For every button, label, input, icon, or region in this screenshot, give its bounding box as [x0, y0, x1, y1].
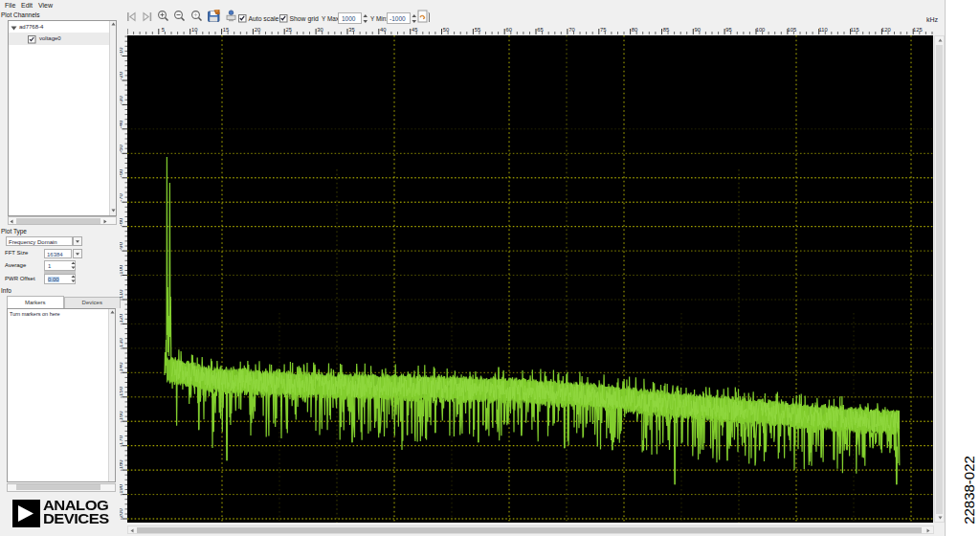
svg-text:-200: -200 — [120, 508, 123, 521]
svg-text:10: 10 — [191, 27, 197, 33]
svg-text:90: 90 — [695, 27, 701, 33]
svg-text:15: 15 — [223, 27, 229, 33]
svg-text:115: 115 — [850, 27, 858, 33]
svg-text:-60: -60 — [120, 168, 123, 177]
svg-text:-120: -120 — [120, 313, 123, 325]
svg-text:20: 20 — [255, 27, 260, 33]
svg-text:-80: -80 — [120, 217, 123, 226]
svg-text:45: 45 — [412, 27, 417, 33]
svg-text:5: 5 — [162, 27, 165, 33]
svg-text:40: 40 — [380, 27, 386, 33]
svg-text:-110: -110 — [120, 289, 123, 301]
svg-text:-170: -170 — [120, 435, 123, 447]
svg-text:30: 30 — [317, 27, 323, 33]
svg-text:-150: -150 — [120, 386, 123, 398]
svg-text:-90: -90 — [120, 241, 123, 250]
svg-text:-30: -30 — [120, 96, 123, 104]
svg-text:-50: -50 — [120, 145, 123, 153]
svg-text:125: 125 — [913, 27, 923, 33]
svg-text:50: 50 — [443, 27, 449, 33]
svg-text:60: 60 — [505, 27, 511, 33]
svg-text:105: 105 — [788, 27, 797, 33]
svg-text:85: 85 — [663, 27, 669, 33]
svg-text:120: 120 — [881, 27, 891, 33]
svg-text:80: 80 — [632, 27, 637, 33]
svg-text:-190: -190 — [120, 483, 123, 496]
svg-text:-130: -130 — [120, 337, 123, 349]
svg-text:65: 65 — [537, 27, 543, 33]
svg-text:75: 75 — [600, 27, 606, 33]
svg-text:-40: -40 — [120, 120, 123, 128]
svg-text:55: 55 — [475, 27, 480, 33]
svg-text:100: 100 — [756, 27, 766, 33]
svg-text:110: 110 — [819, 27, 828, 33]
svg-text:-160: -160 — [120, 411, 123, 423]
svg-text:-10: -10 — [120, 47, 123, 56]
svg-text:70: 70 — [568, 27, 574, 33]
svg-text:-180: -180 — [120, 459, 123, 472]
svg-text:-70: -70 — [120, 192, 123, 201]
svg-text:95: 95 — [725, 27, 731, 33]
svg-text:35: 35 — [348, 27, 354, 33]
svg-text:-100: -100 — [120, 264, 123, 277]
svg-text:-140: -140 — [120, 362, 123, 374]
svg-text:25: 25 — [286, 27, 292, 33]
svg-text:-20: -20 — [120, 71, 123, 79]
